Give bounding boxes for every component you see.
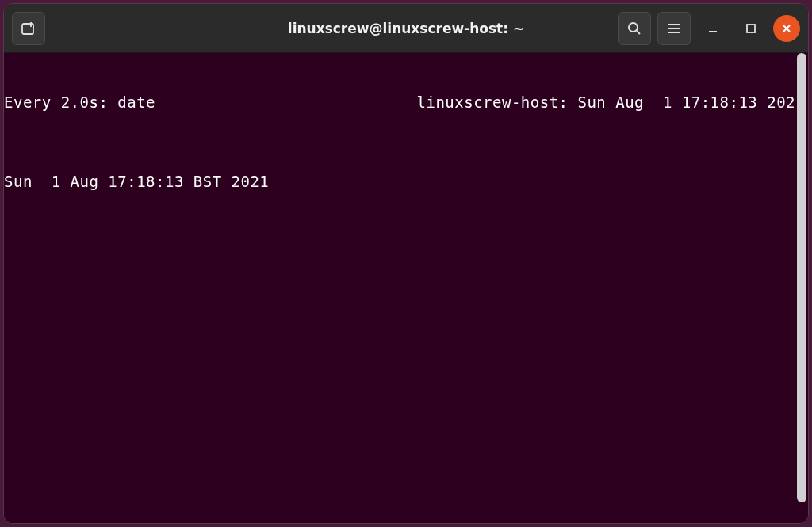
search-button[interactable] [618, 12, 651, 45]
svg-rect-9 [747, 25, 755, 32]
new-tab-button[interactable] [12, 12, 45, 45]
new-tab-icon [21, 21, 36, 36]
maximize-icon [745, 23, 756, 34]
minimize-icon [707, 23, 718, 34]
watch-interval-command: Every 2.0s: date [4, 93, 155, 113]
close-button[interactable] [773, 15, 800, 42]
svg-line-4 [637, 31, 640, 34]
watch-host-timestamp: linuxscrew-host: Sun Aug 1 17:18:13 2021 [417, 93, 806, 113]
terminal-scrollbar[interactable] [797, 53, 806, 502]
terminal-viewport[interactable]: Every 2.0s: date linuxscrew-host: Sun Au… [4, 53, 808, 523]
svg-point-3 [629, 23, 638, 32]
hamburger-icon [667, 23, 681, 34]
watch-status-line: Every 2.0s: date linuxscrew-host: Sun Au… [4, 93, 808, 113]
search-icon [627, 21, 642, 36]
minimize-button[interactable] [697, 12, 729, 45]
command-output: Sun 1 Aug 17:18:13 BST 2021 [4, 172, 808, 192]
svg-rect-0 [22, 24, 33, 34]
window-title: linuxscrew@linuxscrew-host: ~ [288, 21, 524, 36]
terminal-window: linuxscrew@linuxscrew-host: ~ [3, 3, 809, 524]
close-icon [781, 23, 792, 34]
menu-button[interactable] [657, 12, 691, 45]
maximize-button[interactable] [735, 12, 767, 45]
window-titlebar: linuxscrew@linuxscrew-host: ~ [4, 4, 808, 53]
